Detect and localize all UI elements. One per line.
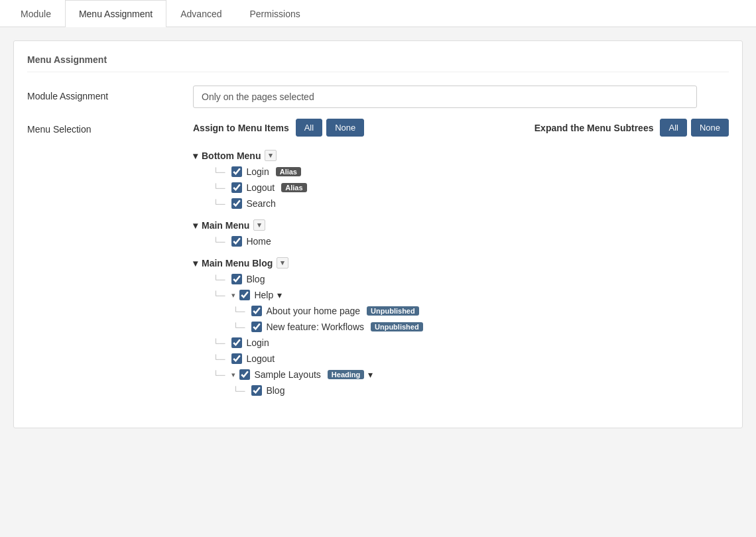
menu-group-header-bottom-menu[interactable]: Bottom Menu ▾ [193,147,729,164]
section-title: Menu Assignment [27,54,729,72]
menu-group-header-main-menu-blog[interactable]: Main Menu Blog ▾ [193,255,729,271]
menu-group-bottom-menu: Bottom Menu ▾ └─ Login Alias └─ [193,147,729,211]
blog-checkbox[interactable] [231,274,242,284]
list-item: └─ Help ▾ [213,287,729,303]
new-feature-checkbox[interactable] [251,322,262,332]
search-label: Search [246,198,275,209]
list-item: └─ Login [213,335,729,351]
connector-icon: └─ [213,167,225,177]
sample-layouts-checkbox[interactable] [239,369,250,380]
connector-icon: └─ [213,199,225,209]
bottom-menu-label: Bottom Menu [202,150,261,161]
assign-row: Assign to Menu Items All None Expand the… [193,119,729,137]
about-home-unpublished-badge: Unpublished [367,306,419,316]
connector-icon: └─ [233,306,245,316]
list-item: └─ Logout Alias [213,180,729,196]
main-menu-blog-label: Main Menu Blog [202,258,273,268]
logout2-checkbox[interactable] [231,353,242,364]
home-label: Home [246,236,271,247]
login2-label: Login [246,337,269,348]
connector-icon: └─ [213,183,225,193]
list-item: └─ Logout [213,351,729,367]
menu-selection-row: Menu Selection Assign to Menu Items All … [27,119,729,404]
logout-checkbox[interactable] [231,182,242,193]
tab-menu-assignment[interactable]: Menu Assignment [65,0,166,27]
home-checkbox[interactable] [231,236,242,247]
expand-main-menu-btn[interactable]: ▾ [253,219,265,231]
blog-label: Blog [246,274,265,284]
expand-bottom-menu-btn[interactable]: ▾ [265,150,277,161]
expand-group: Expand the Menu Subtrees All None [535,119,729,137]
assign-group: Assign to Menu Items All None [193,119,364,137]
tab-module[interactable]: Module [7,0,65,27]
about-home-checkbox[interactable] [251,306,262,316]
login-alias-badge: Alias [276,167,301,176]
new-feature-unpublished-badge: Unpublished [371,322,423,331]
list-item: └─ Blog [213,271,729,287]
expand-subtrees-label: Expand the Menu Subtrees [535,123,654,133]
connector-icon: └─ [213,290,225,300]
menu-group-main-menu: Main Menu ▾ └─ Home [193,217,729,249]
menu-group-header-main-menu[interactable]: Main Menu ▾ [193,217,729,233]
list-item: └─ Home [213,233,729,249]
search-checkbox[interactable] [231,198,242,209]
list-item: └─ Search [213,196,729,211]
chevron-bottom-menu [193,150,198,161]
list-item: └─ Blog [233,383,729,398]
expand-help-btn[interactable]: ▾ [277,290,282,300]
module-assignment-select[interactable]: Only on the pages selected [193,86,697,108]
menu-selection-label: Menu Selection [27,119,193,135]
menu-group-main-menu-blog: Main Menu Blog ▾ └─ Blog [193,255,729,398]
login-label: Login [246,166,269,177]
main-menu-blog-items: └─ Blog └─ Help [193,271,729,398]
chevron-help [231,291,235,300]
connector-icon: └─ [213,237,225,247]
connector-icon: └─ [213,338,225,348]
blog2-checkbox[interactable] [251,385,262,396]
logout-label: Logout [246,182,275,193]
help-group: └─ Help ▾ └─ [213,287,729,335]
menu-selection-area: Assign to Menu Items All None Expand the… [193,119,729,404]
about-home-label: About your home page [266,306,360,316]
new-feature-label: New feature: Workflows [266,322,364,332]
connector-icon: └─ [233,386,245,396]
logout-alias-badge: Alias [281,183,306,192]
tabs-bar: Module Menu Assignment Advanced Permissi… [0,0,756,27]
menu-tree: Bottom Menu ▾ └─ Login Alias └─ [193,147,729,398]
list-item: └─ Login Alias [213,164,729,180]
bottom-menu-items: └─ Login Alias └─ Logout Alias [193,164,729,211]
assign-all-button[interactable]: All [296,119,322,137]
login2-checkbox[interactable] [231,337,242,348]
sample-layouts-heading-badge: Heading [328,370,364,379]
connector-icon: └─ [213,354,225,364]
tab-advanced[interactable]: Advanced [166,0,235,27]
tab-permissions[interactable]: Permissions [236,0,314,27]
module-assignment-label: Module Assignment [27,86,193,101]
login-checkbox[interactable] [231,166,242,177]
connector-icon: └─ [213,370,225,380]
list-item: └─ New feature: Workflows Unpublished [233,319,729,335]
list-item: └─ About your home page Unpublished [233,303,729,319]
logout2-label: Logout [246,353,275,364]
section-box: Menu Assignment Module Assignment Only o… [13,40,743,428]
module-assignment-control: Only on the pages selected [193,86,729,108]
chevron-sample-layouts [231,371,235,379]
expand-none-button[interactable]: None [691,119,729,137]
assign-none-button[interactable]: None [326,119,364,137]
help-sub-items: └─ About your home page Unpublished └─ N [213,303,729,335]
page-content: Menu Assignment Module Assignment Only o… [0,27,756,442]
module-assignment-row: Module Assignment Only on the pages sele… [27,86,729,108]
help-label: Help [254,290,273,300]
sample-layouts-label: Sample Layouts [254,369,320,380]
list-item: └─ Sample Layouts Heading ▾ [213,367,729,383]
connector-icon: └─ [213,274,225,284]
connector-icon: └─ [233,322,245,332]
main-menu-label: Main Menu [202,220,249,231]
assign-to-label: Assign to Menu Items [193,123,289,133]
help-checkbox[interactable] [239,290,250,300]
expand-sample-layouts-btn[interactable]: ▾ [368,369,373,380]
expand-main-menu-blog-btn[interactable]: ▾ [277,257,288,268]
sample-layouts-group: └─ Sample Layouts Heading ▾ └─ [213,367,729,398]
chevron-main-menu [193,220,198,231]
expand-all-button[interactable]: All [660,119,686,137]
